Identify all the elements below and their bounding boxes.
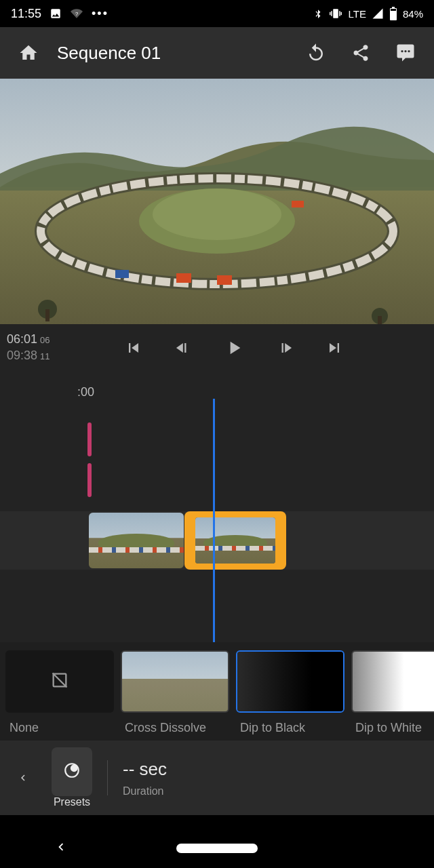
system-nav-bar (0, 829, 434, 868)
svg-point-4 (401, 50, 403, 52)
transition-label: Dip to Black (236, 721, 305, 735)
svg-rect-3 (391, 9, 396, 11)
skip-start-button[interactable] (121, 336, 146, 360)
audio-marker-1[interactable] (87, 422, 92, 456)
feedback-button[interactable] (389, 37, 422, 69)
presets-button[interactable] (52, 747, 92, 796)
svg-point-12 (153, 189, 281, 240)
nav-back-button[interactable] (54, 840, 68, 857)
preview-frame-image (0, 79, 434, 324)
audio-marker-2[interactable] (87, 463, 92, 497)
status-bar: 11:55 ? ••• LTE 84% (0, 0, 434, 27)
frame-back-button[interactable] (172, 336, 196, 360)
duration-value: -- sec (123, 759, 167, 780)
divider (107, 760, 108, 795)
svg-rect-2 (392, 7, 395, 8)
play-button[interactable] (222, 336, 246, 360)
svg-point-6 (408, 50, 410, 52)
bluetooth-icon (313, 7, 323, 20)
skip-end-button[interactable] (322, 336, 347, 360)
wifi-unknown-icon: ? (70, 7, 83, 20)
svg-rect-13 (176, 273, 191, 283)
transition-label: None (5, 721, 39, 735)
transition-dip-to-white[interactable]: Dip to White (351, 650, 434, 735)
timecode-display: 06:0106 09:3811 (0, 332, 75, 364)
transport-bar: 06:0106 09:3811 (0, 324, 434, 372)
status-time: 11:55 (11, 7, 41, 21)
playhead[interactable] (213, 399, 215, 642)
app-bar: Sequence 01 (0, 27, 434, 79)
duration-label: Duration (123, 785, 167, 797)
transitions-strip: None Cross Dissolve Dip to Black Dip to … (0, 642, 434, 741)
svg-rect-18 (45, 309, 50, 321)
nav-home-pill[interactable] (176, 844, 258, 853)
presets-icon (63, 762, 81, 782)
transition-label: Cross Dissolve (121, 721, 206, 735)
current-frames: 06 (40, 335, 50, 345)
video-preview[interactable] (0, 79, 434, 324)
video-clip-2-selected[interactable] (184, 511, 286, 570)
svg-text:?: ? (75, 11, 78, 17)
svg-point-5 (404, 50, 406, 52)
presets-label: Presets (54, 796, 90, 808)
battery-icon (389, 7, 397, 20)
total-time: 09:38 (7, 349, 37, 362)
no-transition-icon (50, 671, 69, 692)
duration-control[interactable]: -- sec Duration (123, 759, 167, 797)
battery-text: 84% (403, 8, 423, 20)
transition-cross-dissolve[interactable]: Cross Dissolve (121, 650, 229, 735)
current-time: 06:01 (7, 332, 37, 346)
transition-label: Dip to White (351, 721, 422, 735)
more-icon: ••• (92, 7, 108, 21)
panel-back-button[interactable] (9, 764, 37, 791)
timeline-ruler-label: :00 (77, 385, 94, 399)
sequence-title: Sequence 01 (57, 43, 288, 64)
frame-forward-button[interactable] (272, 336, 296, 360)
vibrate-icon (328, 7, 343, 20)
svg-point-22 (71, 764, 78, 772)
bottom-panel: Presets -- sec Duration (0, 741, 434, 815)
undo-button[interactable] (300, 37, 332, 69)
transition-dip-to-black[interactable]: Dip to Black (236, 650, 344, 735)
svg-rect-16 (115, 270, 129, 278)
share-button[interactable] (344, 37, 377, 69)
video-clip-1[interactable] (89, 513, 184, 568)
svg-rect-14 (217, 275, 232, 285)
home-button[interactable] (12, 37, 45, 69)
svg-rect-20 (378, 316, 382, 324)
total-frames: 11 (40, 351, 50, 361)
svg-rect-15 (292, 201, 304, 208)
transition-none[interactable]: None (5, 650, 114, 735)
timeline[interactable]: :00 (0, 372, 434, 642)
signal-icon (372, 7, 384, 20)
network-label: LTE (349, 8, 366, 20)
image-icon (50, 7, 62, 20)
